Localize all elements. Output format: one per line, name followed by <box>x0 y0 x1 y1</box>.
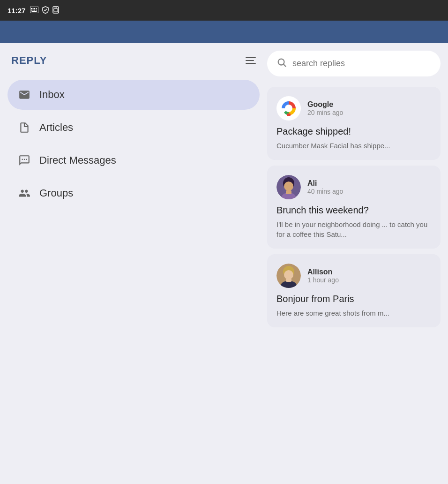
main-layout: REPLY Inbox <box>0 43 448 484</box>
groups-label: Groups <box>39 187 73 199</box>
avatar-allison <box>276 264 301 288</box>
card-header-google: Google 20 mins ago <box>276 96 431 121</box>
svg-rect-5 <box>31 9 32 10</box>
timestamp-ali: 40 mins ago <box>307 188 343 195</box>
svg-rect-11 <box>54 8 58 12</box>
avatar-google <box>276 96 301 121</box>
preview-allison: Here are some great shots from m... <box>276 308 431 318</box>
articles-icon <box>18 121 31 134</box>
svg-rect-4 <box>36 8 37 9</box>
svg-rect-17 <box>287 113 291 116</box>
header-bar <box>0 21 448 43</box>
svg-rect-1 <box>31 8 32 9</box>
nav-menu: Inbox Articles Direct Messages <box>7 80 260 208</box>
sender-allison: Allison <box>307 268 339 276</box>
sidebar-item-groups[interactable]: Groups <box>7 178 260 208</box>
articles-label: Articles <box>39 121 73 134</box>
svg-rect-21 <box>286 190 291 194</box>
subject-google: Package shipped! <box>276 126 431 137</box>
svg-rect-7 <box>34 9 35 10</box>
search-bar[interactable] <box>267 51 441 76</box>
preview-ali: I'll be in your neighborhood doing ... t… <box>276 219 431 239</box>
menu-toggle-button[interactable] <box>246 57 256 64</box>
menu-line-3 <box>246 63 256 64</box>
card-meta-google: Google 20 mins ago <box>307 100 343 116</box>
subject-ali: Brunch this weekend? <box>276 205 431 216</box>
right-panel: Google 20 mins ago Package shipped! Cucu… <box>267 43 448 484</box>
svg-point-24 <box>284 270 293 280</box>
sidebar-item-inbox[interactable]: Inbox <box>7 80 260 110</box>
direct-messages-icon <box>18 154 31 167</box>
inbox-label: Inbox <box>39 89 65 101</box>
svg-rect-13 <box>56 8 57 8</box>
menu-line-1 <box>246 57 256 58</box>
svg-rect-12 <box>55 8 56 8</box>
card-meta-ali: Ali 40 mins ago <box>307 179 343 195</box>
card-header-allison: Allison 1 hour ago <box>276 264 431 288</box>
timestamp-allison: 1 hour ago <box>307 276 339 284</box>
svg-rect-8 <box>36 9 37 10</box>
groups-icon <box>18 187 31 200</box>
direct-messages-label: Direct Messages <box>39 154 116 166</box>
status-bar: 11:27 <box>0 0 448 21</box>
message-card-allison[interactable]: Allison 1 hour ago Bonjour from Paris He… <box>267 254 441 327</box>
svg-point-20 <box>284 182 293 191</box>
sender-ali: Ali <box>307 179 343 188</box>
status-icons <box>30 6 59 15</box>
search-input[interactable] <box>292 59 431 68</box>
timestamp-google: 20 mins ago <box>307 109 343 116</box>
svg-rect-9 <box>32 11 37 12</box>
sidebar-item-direct-messages[interactable]: Direct Messages <box>7 145 260 175</box>
sidebar-header: REPLY <box>7 54 260 67</box>
preview-google: Cucumber Mask Facial has shippe... <box>276 141 431 151</box>
avatar-ali <box>276 175 301 199</box>
status-time: 11:27 <box>7 7 25 15</box>
svg-point-14 <box>278 59 284 65</box>
sidebar: REPLY Inbox <box>0 43 267 484</box>
search-icon <box>276 57 287 70</box>
keyboard-icon <box>30 7 38 15</box>
app-logo: REPLY <box>11 54 47 67</box>
card-meta-allison: Allison 1 hour ago <box>307 268 339 284</box>
svg-point-16 <box>285 105 292 112</box>
svg-rect-2 <box>33 8 34 9</box>
svg-rect-25 <box>286 279 291 282</box>
message-card-ali[interactable]: Ali 40 mins ago Brunch this weekend? I'l… <box>267 166 441 249</box>
svg-rect-3 <box>34 8 35 9</box>
svg-line-15 <box>284 64 286 67</box>
sim-icon <box>52 6 59 15</box>
shield-icon <box>42 6 49 15</box>
subject-allison: Bonjour from Paris <box>276 294 431 304</box>
inbox-icon <box>18 88 31 101</box>
menu-line-2 <box>246 60 254 61</box>
card-header-ali: Ali 40 mins ago <box>276 175 431 199</box>
sidebar-item-articles[interactable]: Articles <box>7 113 260 143</box>
sender-google: Google <box>307 100 343 109</box>
message-card-google[interactable]: Google 20 mins ago Package shipped! Cucu… <box>267 87 441 160</box>
svg-rect-6 <box>33 9 34 10</box>
